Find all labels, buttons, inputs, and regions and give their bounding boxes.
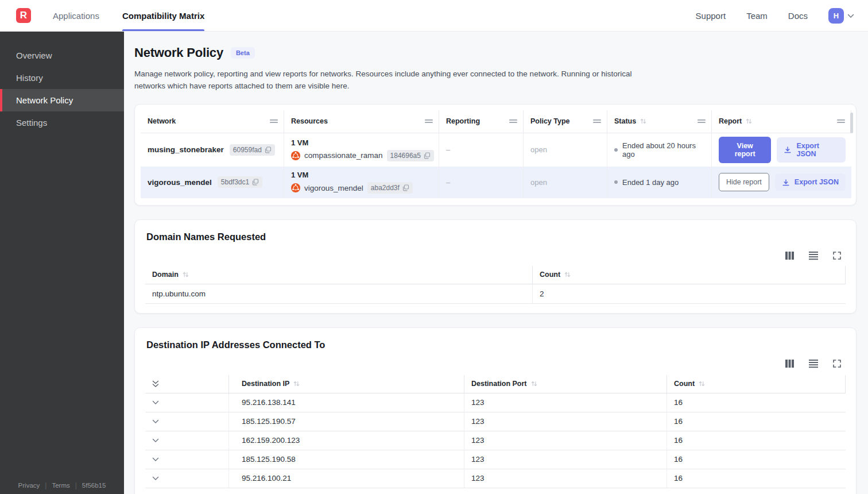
count-cell: 16: [667, 412, 846, 431]
sort-icon[interactable]: [564, 271, 571, 278]
export-json-button[interactable]: Export JSON: [777, 137, 846, 163]
columns-icon[interactable]: [785, 360, 794, 368]
ubuntu-icon: [291, 183, 300, 192]
view-report-button[interactable]: View report: [719, 137, 771, 163]
column-header-destination-ip[interactable]: Destination IP: [229, 375, 464, 393]
chevron-down-icon: [152, 438, 159, 443]
destinations-table: Destination IP Destination Port Count 95…: [145, 375, 846, 488]
beta-badge: Beta: [231, 47, 255, 59]
hide-report-button[interactable]: Hide report: [719, 173, 769, 191]
footer-divider: |: [75, 481, 77, 489]
domains-toolbar: [145, 252, 846, 260]
download-icon: [784, 146, 792, 153]
nav-link-support[interactable]: Support: [696, 11, 726, 21]
column-header-policy-type[interactable]: Policy Type: [524, 110, 607, 133]
destination-ip-cell: 162.159.200.123: [229, 431, 464, 450]
app-logo[interactable]: R: [16, 8, 31, 23]
column-menu-icon[interactable]: [593, 119, 601, 124]
tab-compatibility-matrix[interactable]: Compatibility Matrix: [122, 0, 204, 31]
networks-table-card: Network Resources Reporting Policy Type …: [134, 104, 857, 206]
column-header-status[interactable]: Status: [607, 110, 712, 133]
tab-applications[interactable]: Applications: [53, 0, 99, 31]
top-navigation-bar: R Applications Compatibility Matrix Supp…: [0, 0, 868, 32]
copy-icon[interactable]: [424, 152, 431, 159]
row-expand-toggle[interactable]: [145, 393, 229, 412]
row-expand-toggle[interactable]: [145, 412, 229, 431]
privacy-link[interactable]: Privacy: [18, 482, 40, 489]
density-icon[interactable]: [809, 252, 818, 260]
sidebar-item-overview[interactable]: Overview: [0, 44, 124, 67]
column-menu-icon[interactable]: [425, 119, 433, 124]
sort-icon[interactable]: [293, 380, 300, 387]
status-dot: [614, 148, 618, 152]
fullscreen-icon[interactable]: [833, 360, 841, 368]
network-hash-pill[interactable]: 5bdf3dc1: [218, 176, 262, 188]
nav-link-docs[interactable]: Docs: [788, 11, 808, 21]
sidebar-item-history[interactable]: History: [0, 67, 124, 89]
destinations-card-title: Destination IP Addresses Connected To: [145, 339, 846, 350]
policy-type-cell: open: [524, 133, 607, 167]
sort-icon[interactable]: [531, 380, 537, 387]
column-header-network[interactable]: Network: [141, 110, 284, 133]
column-header-destination-port[interactable]: Destination Port: [464, 375, 667, 393]
destination-ip-cell: 185.125.190.58: [229, 450, 464, 469]
destination-ip-cell: 95.216.138.141: [229, 393, 464, 412]
build-version: 5f56b15: [82, 482, 106, 489]
columns-icon[interactable]: [785, 252, 794, 260]
sort-icon[interactable]: [699, 380, 705, 387]
column-menu-icon[interactable]: [270, 119, 278, 124]
row-expand-toggle[interactable]: [145, 469, 229, 488]
column-header-count[interactable]: Count: [667, 375, 846, 393]
column-header-report[interactable]: Report: [712, 110, 851, 133]
user-menu[interactable]: H: [828, 8, 854, 24]
fullscreen-icon[interactable]: [833, 252, 841, 260]
column-menu-icon[interactable]: [509, 119, 517, 124]
export-json-button[interactable]: Export JSON: [775, 173, 846, 191]
resources-cell: 1 VM vigorous_mendel aba2dd3f: [284, 167, 439, 198]
table-scrollbar[interactable]: [850, 113, 853, 133]
footer-divider: |: [45, 481, 46, 489]
sidebar: Overview History Network Policy Settings…: [0, 32, 124, 494]
avatar: H: [828, 8, 844, 24]
column-header-reporting[interactable]: Reporting: [439, 110, 524, 133]
chevron-down-icon: [152, 400, 159, 405]
report-cell: Hide report Export JSON: [712, 167, 851, 198]
copy-icon[interactable]: [252, 179, 259, 186]
sidebar-footer: Privacy | Terms | 5f56b15: [0, 481, 124, 489]
network-hash-pill[interactable]: 60959fad: [230, 144, 275, 156]
copy-icon[interactable]: [265, 146, 272, 153]
copy-icon[interactable]: [402, 184, 409, 191]
count-cell: 2: [533, 284, 846, 304]
destination-ip-cell: 185.125.190.57: [229, 412, 464, 431]
sort-icon[interactable]: [746, 118, 752, 125]
reporting-cell: –: [439, 167, 524, 198]
row-expand-toggle[interactable]: [145, 450, 229, 469]
nav-link-team[interactable]: Team: [746, 11, 768, 21]
column-menu-icon[interactable]: [698, 119, 706, 124]
terms-link[interactable]: Terms: [52, 482, 69, 489]
density-icon[interactable]: [809, 360, 818, 368]
column-header-domain[interactable]: Domain: [145, 266, 533, 284]
column-header-resources[interactable]: Resources: [284, 110, 439, 133]
page-title: Network Policy: [134, 45, 223, 60]
sort-icon[interactable]: [183, 271, 189, 278]
domains-table: Domain Count ntp.ubuntu.com 2: [145, 266, 846, 304]
expand-all-header[interactable]: [145, 375, 229, 393]
expand-all-icon[interactable]: [152, 380, 159, 388]
domains-card-title: Domain Names Requested: [145, 231, 846, 242]
column-header-count[interactable]: Count: [533, 266, 846, 284]
reporting-cell: –: [439, 133, 524, 167]
sidebar-item-network-policy[interactable]: Network Policy: [0, 89, 124, 111]
sort-icon[interactable]: [640, 118, 646, 125]
network-name-cell: musing_stonebraker 60959fad: [141, 133, 284, 167]
destination-port-cell: 123: [464, 412, 667, 431]
destination-port-cell: 123: [464, 393, 667, 412]
sidebar-item-settings[interactable]: Settings: [0, 111, 124, 134]
report-cell: View report Export JSON: [712, 133, 851, 167]
networks-table: Network Resources Reporting Policy Type …: [141, 110, 851, 198]
resource-hash-pill[interactable]: aba2dd3f: [367, 182, 413, 194]
count-cell: 16: [667, 393, 846, 412]
resource-hash-pill[interactable]: 184696a5: [387, 150, 434, 161]
row-expand-toggle[interactable]: [145, 431, 229, 450]
column-menu-icon[interactable]: [837, 119, 845, 124]
